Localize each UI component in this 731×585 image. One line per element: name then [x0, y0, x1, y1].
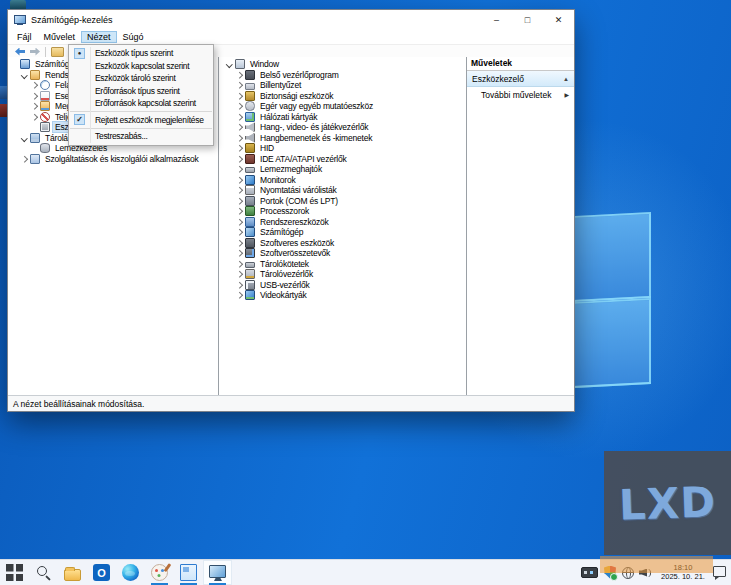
expand-chevron-icon[interactable] — [235, 146, 244, 151]
menu-sugo[interactable]: Súgó — [117, 31, 150, 43]
device-category-monitorok[interactable]: Monitorok — [219, 175, 466, 186]
device-category-portok-com-es-lpt[interactable]: Portok (COM és LPT) — [219, 196, 466, 207]
device-category-belso-vezerloprogram[interactable]: Belső vezérlőprogram — [219, 70, 466, 81]
device-category-videokartyak[interactable]: Videokártyák — [219, 290, 466, 301]
device-tree-root-window[interactable]: Window — [219, 59, 466, 70]
gpu-icon — [245, 290, 255, 300]
device-category-szoftveres-eszkozok[interactable]: Szoftveres eszközök — [219, 238, 466, 249]
taskbar-app-edge[interactable] — [116, 560, 145, 585]
expand-chevron-icon[interactable] — [225, 62, 234, 67]
expand-chevron-icon[interactable] — [20, 136, 29, 141]
device-category-usb-vezerlok[interactable]: USB-vezérlők — [219, 280, 466, 291]
expand-chevron-icon[interactable] — [235, 83, 244, 88]
expand-chevron-icon[interactable] — [235, 188, 244, 193]
expand-chevron-icon[interactable] — [235, 136, 244, 141]
taskbar-app-search[interactable] — [29, 560, 58, 585]
device-category-lemezmeghajtok[interactable]: Lemezmeghajtók — [219, 164, 466, 175]
softcomp-icon — [245, 248, 255, 258]
taskbar-app-outlook[interactable] — [87, 560, 116, 585]
device-category-eger-vagy-egyeb-mutatoeszkoz[interactable]: Egér vagy egyéb mutatóeszköz — [219, 101, 466, 112]
expand-chevron-icon[interactable] — [235, 293, 244, 298]
device-category-rendszereszkozok[interactable]: Rendszereszközök — [219, 217, 466, 228]
expand-chevron-icon[interactable] — [30, 104, 39, 109]
menu-item-eroforrasok-tipus-szerint[interactable]: Erőforrások típus szerint — [69, 85, 213, 98]
device-category-label: Monitorok — [258, 175, 298, 185]
expand-chevron-icon[interactable] — [235, 73, 244, 78]
device-category-hang-video-es-jatekvezerlok[interactable]: Hang-, video- és játékvezérlők — [219, 122, 466, 133]
menu-item-eszkozok-kapcsolat-szerint[interactable]: Eszközök kapcsolat szerint — [69, 60, 213, 73]
expand-chevron-icon[interactable] — [235, 115, 244, 120]
menu-muvelet[interactable]: Művelet — [38, 31, 82, 43]
device-category-tarolokotetek[interactable]: Tárolókötetek — [219, 259, 466, 270]
taskbar-clock[interactable]: 18:10 2025. 10. 21. — [658, 564, 708, 581]
expand-chevron-icon[interactable] — [30, 83, 39, 88]
device-category-nyomtatasi-varolistak[interactable]: Nyomtatási várólisták — [219, 185, 466, 196]
expand-chevron-icon[interactable] — [30, 115, 39, 120]
expand-chevron-icon[interactable] — [235, 125, 244, 130]
expand-chevron-icon[interactable] — [235, 178, 244, 183]
submenu-arrow-icon: ▶ — [564, 91, 569, 98]
expand-chevron-icon[interactable] — [235, 94, 244, 99]
taskbar-app-computer-management[interactable] — [203, 560, 232, 585]
actions-section-device-manager[interactable]: Eszközkezelő ▲ — [467, 71, 574, 87]
collapse-chevron-icon[interactable]: ▲ — [563, 76, 569, 82]
console-tree-item-szolgaltatasok-es-kiszolgaloi-alkalmazasok[interactable]: Szolgáltatások és kiszolgálói alkalmazás… — [8, 154, 218, 165]
device-category-biztonsagi-eszkozok[interactable]: Biztonsági eszközök — [219, 91, 466, 102]
taskbar-app-window-app[interactable] — [174, 560, 203, 585]
menu-item-eszkozok-tarolo-szerint[interactable]: Eszközök tároló szerint — [69, 72, 213, 85]
desktop-icon-partial-top[interactable] — [10, 0, 26, 10]
menu-item-label: Erőforrások típus szerint — [90, 86, 180, 96]
more-actions-item[interactable]: További műveletek ▶ — [467, 87, 574, 102]
taskbar-app-paint[interactable] — [145, 560, 174, 585]
outlook-icon — [93, 564, 110, 581]
taskbar-app-start[interactable] — [0, 560, 29, 585]
minimize-button[interactable]: – — [481, 10, 512, 29]
device-category-szoftverosszetevok[interactable]: Szoftverösszetevők — [219, 248, 466, 259]
menu-item-rejtett-eszkozok-megjelenitese[interactable]: ✓Rejtett eszközök megjelenítése — [69, 114, 213, 127]
device-category-hangbemenetek-es-kimenetek[interactable]: Hangbemenetek és -kimenetek — [219, 133, 466, 144]
menu-item-eszkozok-tipus-szerint[interactable]: ●Eszközök típus szerint — [69, 47, 213, 60]
expand-chevron-icon[interactable] — [30, 94, 39, 99]
expand-chevron-icon[interactable] — [235, 241, 244, 246]
back-button[interactable] — [15, 48, 25, 56]
expand-chevron-icon[interactable] — [235, 104, 244, 109]
taskbar-app-file-explorer[interactable] — [58, 560, 87, 585]
systools-icon — [30, 70, 40, 80]
expand-chevron-icon[interactable] — [235, 262, 244, 267]
device-category-ide-ata-atapi-vezerlok[interactable]: IDE ATA/ATAPI vezérlők — [219, 154, 466, 165]
export-list-button[interactable] — [51, 47, 64, 57]
menu-gutter — [69, 60, 90, 73]
menu-fajl[interactable]: Fájl — [11, 31, 38, 43]
desktop-icon-partial-left-2[interactable] — [0, 104, 7, 117]
tray-utility-icon[interactable] — [581, 567, 598, 578]
menu-item-eroforrasok-kapcsolat-szerint[interactable]: Erőforrások kapcsolat szerint — [69, 97, 213, 110]
expand-chevron-icon[interactable] — [235, 251, 244, 256]
device-category-billentyuzet[interactable]: Billentyűzet — [219, 80, 466, 91]
forward-button[interactable] — [30, 48, 40, 56]
maximize-button[interactable]: □ — [512, 10, 543, 29]
menu-item-testreszabas[interactable]: Testreszabás... — [69, 130, 213, 143]
expand-chevron-icon[interactable] — [235, 157, 244, 162]
expand-chevron-icon[interactable] — [235, 220, 244, 225]
action-center-icon[interactable] — [713, 566, 726, 577]
expand-chevron-icon[interactable] — [235, 230, 244, 235]
tray-shield-icon[interactable] — [603, 566, 617, 580]
expand-chevron-icon[interactable] — [20, 73, 29, 78]
device-category-szamitogep[interactable]: Számítógép — [219, 227, 466, 238]
titlebar[interactable]: Számítógép-kezelés – □ ✕ — [8, 10, 574, 29]
expand-chevron-icon[interactable] — [235, 209, 244, 214]
expand-chevron-icon[interactable] — [235, 272, 244, 277]
device-category-processzorok[interactable]: Processzorok — [219, 206, 466, 217]
device-category-hid[interactable]: HID — [219, 143, 466, 154]
expand-chevron-icon[interactable] — [235, 199, 244, 204]
expand-chevron-icon[interactable] — [235, 283, 244, 288]
device-category-halozati-kartyak[interactable]: Hálózati kártyák — [219, 112, 466, 123]
close-button[interactable]: ✕ — [543, 10, 574, 29]
tray-globe-icon[interactable] — [622, 567, 634, 579]
expand-chevron-icon[interactable] — [20, 157, 29, 162]
desktop-icon-partial-left-1[interactable] — [0, 86, 7, 99]
expand-chevron-icon[interactable] — [235, 167, 244, 172]
menu-nezet[interactable]: Nézet — [81, 31, 117, 43]
tray-speaker-icon[interactable] — [639, 567, 653, 579]
device-category-tarolovezerlok[interactable]: Tárolóvezérlők — [219, 269, 466, 280]
